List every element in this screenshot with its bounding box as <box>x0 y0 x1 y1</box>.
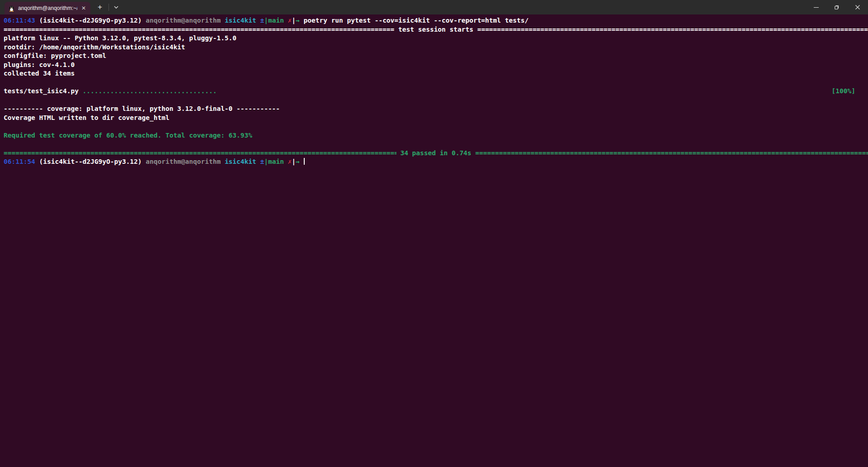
configfile-line: configfile: pyproject.toml <box>4 52 868 61</box>
term-segment: (isic4kit--d2JG9yO-py3.12) <box>39 17 146 24</box>
term-segment: anqorithm@anqorithm <box>146 17 225 24</box>
tab-title: anqorithm@anqorithm:~/Wo <box>18 5 77 11</box>
term-segment: | <box>292 17 296 24</box>
term-segment: 06:11:43 <box>4 17 39 24</box>
coverage-html-line: Coverage HTML written to dir coverage_ht… <box>4 114 868 123</box>
term-segment: collected 34 items <box>4 70 75 77</box>
term-segment: ---------- coverage: platform linux, pyt… <box>4 105 280 112</box>
terminal-output[interactable]: 06:11:43 (isic4kit--d2JG9yO-py3.12) anqo… <box>0 14 868 467</box>
restore-icon <box>834 5 840 10</box>
coverage-required-line: Required test coverage of 60.0% reached.… <box>4 131 868 140</box>
term-segment: rootdir: /home/anqorithm/Workstations/is… <box>4 43 185 51</box>
term-segment: → <box>296 158 300 165</box>
term-segment: configfile: pyproject.toml <box>4 52 106 59</box>
chevron-down-icon <box>114 6 118 9</box>
terminal-line <box>4 122 868 131</box>
term-segment: 34 passed in 0.74s <box>396 149 476 158</box>
plugins-line: plugins: cov-4.1.0 <box>4 61 868 70</box>
platform-line: platform linux -- Python 3.12.0, pytest-… <box>4 34 868 43</box>
term-segment: test session starts <box>394 25 477 34</box>
prompt-line-2: 06:11:54 (isic4kit--d2JG9yO-py3.12) anqo… <box>4 157 868 167</box>
term-segment: → <box>296 17 303 24</box>
minimize-button[interactable] <box>806 0 826 14</box>
term-segment: | <box>264 17 268 24</box>
term-segment: ========================================… <box>475 149 868 158</box>
tab-close-icon[interactable]: ✕ <box>80 5 87 12</box>
term-segment: Required test coverage of 60.0% reached.… <box>4 132 252 139</box>
linux-tux-icon <box>8 5 15 12</box>
term-segment: tests/test_isic4.py <box>4 87 83 95</box>
tab-bar-divider <box>108 4 109 11</box>
term-segment: poetry run pytest --cov=isic4kit --cov-r… <box>304 17 529 24</box>
term-segment: isic4kit <box>225 158 260 165</box>
terminal-cursor <box>304 158 305 165</box>
term-segment: Coverage HTML written to dir coverage_ht… <box>4 114 170 121</box>
term-segment: isic4kit <box>225 17 260 24</box>
term-segment: ± <box>260 17 264 24</box>
terminal-tab[interactable]: anqorithm@anqorithm:~/Wo ✕ <box>5 2 90 14</box>
term-segment: platform linux -- Python 3.12.0, pytest-… <box>4 34 236 42</box>
new-tab-button[interactable]: + <box>93 1 107 14</box>
term-segment: main <box>268 17 288 24</box>
term-segment: ========================================… <box>4 25 394 34</box>
term-segment: ========================================… <box>4 149 396 158</box>
close-icon <box>855 5 860 10</box>
restore-button[interactable] <box>826 0 847 14</box>
term-segment: main <box>268 158 288 165</box>
term-segment: ========================================… <box>477 25 868 34</box>
term-segment: plugins: cov-4.1.0 <box>4 61 75 68</box>
test-results-line: tests/test_isic4.py ....................… <box>4 87 868 96</box>
tab-dropdown-button[interactable] <box>110 1 122 14</box>
terminal-line <box>4 78 868 87</box>
terminal-line <box>4 140 868 149</box>
term-segment: | <box>292 158 296 165</box>
close-button[interactable] <box>847 0 868 14</box>
term-segment: 06:11:54 <box>4 158 39 165</box>
term-segment: .................................. <box>83 87 217 95</box>
session-start-separator: ========================================… <box>4 25 868 34</box>
collected-line: collected 34 items <box>4 69 868 78</box>
term-segment: ± <box>260 158 264 165</box>
titlebar-drag-region[interactable]: anqorithm@anqorithm:~/Wo ✕ + <box>0 0 868 14</box>
coverage-header-line: ---------- coverage: platform linux, pyt… <box>4 105 868 114</box>
prompt-line-1: 06:11:43 (isic4kit--d2JG9yO-py3.12) anqo… <box>4 16 868 25</box>
minimize-icon <box>814 7 819 8</box>
term-segment: [100%] <box>832 87 855 95</box>
term-segment: (isic4kit--d2JG9yO-py3.12) <box>39 158 146 165</box>
term-segment: anqorithm@anqorithm <box>146 158 225 165</box>
passed-separator: ========================================… <box>4 149 868 158</box>
rootdir-line: rootdir: /home/anqorithm/Workstations/is… <box>4 43 868 52</box>
term-segment: | <box>264 158 268 165</box>
terminal-line <box>4 96 868 105</box>
